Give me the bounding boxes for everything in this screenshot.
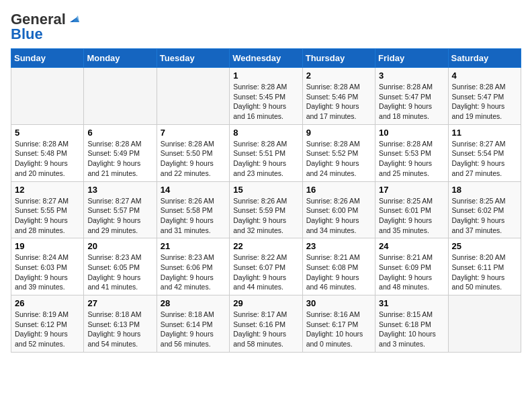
day-number: 25	[452, 241, 517, 251]
days-header-row: SundayMondayTuesdayWednesdayThursdayFrid…	[11, 49, 521, 68]
day-of-week-header: Wednesday	[230, 49, 302, 68]
calendar-cell: 26Sunrise: 8:19 AMSunset: 6:12 PMDayligh…	[11, 295, 84, 353]
calendar-cell: 15Sunrise: 8:26 AMSunset: 5:59 PMDayligh…	[230, 181, 302, 238]
calendar-cell: 6Sunrise: 8:28 AMSunset: 5:49 PMDaylight…	[84, 124, 157, 181]
day-info: Sunrise: 8:26 AMSunset: 6:00 PMDaylight:…	[306, 196, 371, 236]
calendar-cell	[448, 295, 521, 353]
page-header: General Blue	[11, 11, 521, 43]
calendar-cell: 28Sunrise: 8:18 AMSunset: 6:14 PMDayligh…	[157, 295, 229, 353]
calendar-cell	[11, 68, 84, 125]
day-number: 12	[15, 185, 80, 195]
calendar-cell: 1Sunrise: 8:28 AMSunset: 5:45 PMDaylight…	[230, 68, 302, 125]
day-info: Sunrise: 8:20 AMSunset: 6:11 PMDaylight:…	[452, 253, 517, 292]
day-info: Sunrise: 8:28 AMSunset: 5:45 PMDaylight:…	[233, 82, 298, 122]
day-number: 31	[379, 298, 444, 308]
day-info: Sunrise: 8:23 AMSunset: 6:06 PMDaylight:…	[161, 253, 226, 292]
day-number: 28	[161, 298, 226, 308]
svg-marker-1	[73, 15, 79, 22]
day-number: 15	[233, 185, 298, 195]
day-number: 18	[452, 185, 517, 195]
day-info: Sunrise: 8:26 AMSunset: 5:59 PMDaylight:…	[233, 196, 298, 236]
calendar-cell: 7Sunrise: 8:28 AMSunset: 5:50 PMDaylight…	[157, 124, 229, 181]
day-info: Sunrise: 8:25 AMSunset: 6:02 PMDaylight:…	[452, 196, 517, 236]
day-info: Sunrise: 8:24 AMSunset: 6:03 PMDaylight:…	[15, 253, 80, 292]
calendar-cell: 4Sunrise: 8:28 AMSunset: 5:47 PMDaylight…	[448, 68, 521, 125]
logo-icon	[67, 13, 79, 25]
day-info: Sunrise: 8:19 AMSunset: 6:12 PMDaylight:…	[15, 310, 80, 349]
calendar-cell: 14Sunrise: 8:26 AMSunset: 5:58 PMDayligh…	[157, 181, 229, 238]
day-info: Sunrise: 8:26 AMSunset: 5:58 PMDaylight:…	[161, 196, 226, 236]
day-number: 24	[379, 241, 444, 251]
day-number: 17	[379, 185, 444, 195]
day-number: 9	[306, 128, 371, 138]
day-of-week-header: Sunday	[11, 49, 84, 68]
day-number: 19	[15, 241, 80, 251]
day-number: 4	[452, 71, 517, 81]
calendar-cell: 24Sunrise: 8:21 AMSunset: 6:09 PMDayligh…	[375, 238, 448, 295]
calendar-cell: 30Sunrise: 8:16 AMSunset: 6:17 PMDayligh…	[302, 295, 375, 353]
day-info: Sunrise: 8:28 AMSunset: 5:50 PMDaylight:…	[161, 139, 226, 179]
day-info: Sunrise: 8:28 AMSunset: 5:53 PMDaylight:…	[379, 139, 444, 179]
day-number: 8	[233, 128, 298, 138]
calendar-cell: 8Sunrise: 8:28 AMSunset: 5:51 PMDaylight…	[230, 124, 302, 181]
day-number: 27	[87, 298, 152, 308]
day-number: 21	[161, 241, 226, 251]
calendar-cell: 3Sunrise: 8:28 AMSunset: 5:47 PMDaylight…	[375, 68, 448, 125]
day-number: 14	[161, 185, 226, 195]
day-info: Sunrise: 8:23 AMSunset: 6:05 PMDaylight:…	[87, 253, 152, 292]
day-info: Sunrise: 8:28 AMSunset: 5:52 PMDaylight:…	[306, 139, 371, 179]
day-info: Sunrise: 8:27 AMSunset: 5:55 PMDaylight:…	[15, 196, 80, 236]
calendar-cell: 21Sunrise: 8:23 AMSunset: 6:06 PMDayligh…	[157, 238, 229, 295]
day-number: 29	[233, 298, 298, 308]
day-info: Sunrise: 8:18 AMSunset: 6:13 PMDaylight:…	[87, 310, 152, 349]
day-number: 16	[306, 185, 371, 195]
calendar-cell	[84, 68, 157, 125]
day-info: Sunrise: 8:28 AMSunset: 5:46 PMDaylight:…	[306, 82, 371, 122]
day-number: 6	[87, 128, 152, 138]
calendar-cell: 29Sunrise: 8:17 AMSunset: 6:16 PMDayligh…	[230, 295, 302, 353]
day-info: Sunrise: 8:27 AMSunset: 5:57 PMDaylight:…	[87, 196, 152, 236]
day-info: Sunrise: 8:28 AMSunset: 5:48 PMDaylight:…	[15, 139, 80, 179]
calendar-body: 1Sunrise: 8:28 AMSunset: 5:45 PMDaylight…	[11, 68, 521, 353]
day-info: Sunrise: 8:21 AMSunset: 6:09 PMDaylight:…	[379, 253, 444, 292]
calendar-week-row: 26Sunrise: 8:19 AMSunset: 6:12 PMDayligh…	[11, 295, 521, 353]
day-number: 26	[15, 298, 80, 308]
day-number: 23	[306, 241, 371, 251]
day-of-week-header: Thursday	[302, 49, 375, 68]
calendar-cell: 22Sunrise: 8:22 AMSunset: 6:07 PMDayligh…	[230, 238, 302, 295]
calendar-cell: 25Sunrise: 8:20 AMSunset: 6:11 PMDayligh…	[448, 238, 521, 295]
day-number: 10	[379, 128, 444, 138]
calendar-cell: 20Sunrise: 8:23 AMSunset: 6:05 PMDayligh…	[84, 238, 157, 295]
calendar-cell: 31Sunrise: 8:15 AMSunset: 6:18 PMDayligh…	[375, 295, 448, 353]
calendar-cell: 10Sunrise: 8:28 AMSunset: 5:53 PMDayligh…	[375, 124, 448, 181]
calendar-cell: 17Sunrise: 8:25 AMSunset: 6:01 PMDayligh…	[375, 181, 448, 238]
calendar-cell	[157, 68, 229, 125]
calendar-cell: 13Sunrise: 8:27 AMSunset: 5:57 PMDayligh…	[84, 181, 157, 238]
day-of-week-header: Tuesday	[157, 49, 229, 68]
calendar-week-row: 19Sunrise: 8:24 AMSunset: 6:03 PMDayligh…	[11, 238, 521, 295]
day-number: 5	[15, 128, 80, 138]
calendar-week-row: 1Sunrise: 8:28 AMSunset: 5:45 PMDaylight…	[11, 68, 521, 125]
day-number: 13	[87, 185, 152, 195]
calendar-cell: 23Sunrise: 8:21 AMSunset: 6:08 PMDayligh…	[302, 238, 375, 295]
day-number: 30	[306, 298, 371, 308]
day-of-week-header: Friday	[375, 49, 448, 68]
day-number: 22	[233, 241, 298, 251]
day-of-week-header: Monday	[84, 49, 157, 68]
day-info: Sunrise: 8:16 AMSunset: 6:17 PMDaylight:…	[306, 310, 371, 349]
day-number: 20	[87, 241, 152, 251]
day-number: 3	[379, 71, 444, 81]
calendar-week-row: 12Sunrise: 8:27 AMSunset: 5:55 PMDayligh…	[11, 181, 521, 238]
logo-blue: Blue	[11, 26, 43, 43]
calendar-table: SundayMondayTuesdayWednesdayThursdayFrid…	[11, 48, 521, 353]
day-number: 7	[161, 128, 226, 138]
day-info: Sunrise: 8:28 AMSunset: 5:47 PMDaylight:…	[452, 82, 517, 122]
day-info: Sunrise: 8:21 AMSunset: 6:08 PMDaylight:…	[306, 253, 371, 292]
calendar-cell: 18Sunrise: 8:25 AMSunset: 6:02 PMDayligh…	[448, 181, 521, 238]
day-info: Sunrise: 8:18 AMSunset: 6:14 PMDaylight:…	[161, 310, 226, 349]
day-number: 11	[452, 128, 517, 138]
day-info: Sunrise: 8:28 AMSunset: 5:47 PMDaylight:…	[379, 82, 444, 122]
day-of-week-header: Saturday	[448, 49, 521, 68]
day-info: Sunrise: 8:28 AMSunset: 5:51 PMDaylight:…	[233, 139, 298, 179]
day-info: Sunrise: 8:17 AMSunset: 6:16 PMDaylight:…	[233, 310, 298, 349]
